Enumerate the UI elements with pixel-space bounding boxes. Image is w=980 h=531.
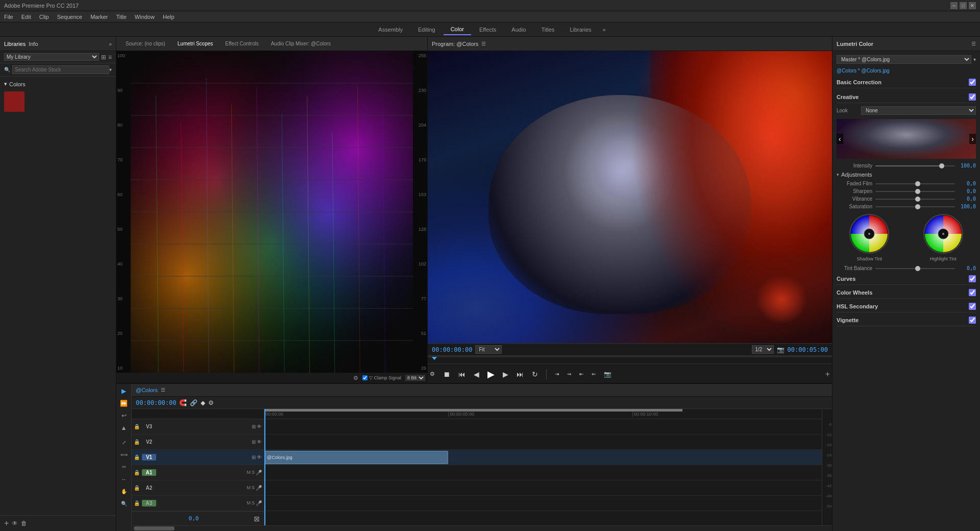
- curves-checkbox[interactable]: [969, 275, 976, 282]
- tl-lift-btn[interactable]: ▲: [119, 423, 129, 433]
- vignette-checkbox[interactable]: [969, 317, 976, 324]
- bit-select[interactable]: 8 Bit: [405, 375, 425, 381]
- lib-tab-libraries[interactable]: Libraries: [4, 41, 26, 47]
- ws-tab-titles[interactable]: Titles: [534, 25, 562, 35]
- intensity-slider[interactable]: [875, 165, 955, 166]
- tl-move-btn[interactable]: ⤢: [119, 437, 129, 447]
- tl-add-markers-btn[interactable]: ◆: [201, 399, 205, 406]
- tint-balance-slider[interactable]: [875, 268, 955, 269]
- look-select[interactable]: None: [861, 106, 976, 115]
- fit-select[interactable]: Fit25%50%100%: [475, 345, 502, 354]
- color-swatch[interactable]: [4, 91, 24, 112]
- audio-mixer-tab[interactable]: Audio Clip Mixer: @Colors: [266, 39, 336, 49]
- workspace-more[interactable]: »: [600, 25, 609, 35]
- menu-title[interactable]: Title: [116, 14, 126, 20]
- adj-section-header[interactable]: ▾ Adjustments: [837, 171, 976, 179]
- tl-forward-btn[interactable]: ⏩: [119, 398, 129, 408]
- clamp-signal-checkbox[interactable]: [362, 375, 368, 380]
- sharpen-slider[interactable]: [875, 191, 955, 192]
- transport-step-fwd-btn[interactable]: ▶: [501, 368, 510, 380]
- tl-settings-btn[interactable]: ⚙: [208, 399, 214, 406]
- close-button[interactable]: ✕: [969, 2, 976, 9]
- menu-file[interactable]: File: [4, 14, 13, 20]
- faded-film-thumb[interactable]: [915, 181, 920, 186]
- tl-current-time[interactable]: 00:00:00:00: [136, 399, 176, 406]
- hsl-secondary-checkbox[interactable]: [969, 303, 976, 310]
- track-fit-btn[interactable]: ⊠: [254, 515, 260, 523]
- tl-snap-btn[interactable]: 🧲: [179, 399, 187, 406]
- ws-tab-assembly[interactable]: Assembly: [371, 25, 410, 35]
- tl-select-tool[interactable]: ▶: [119, 386, 129, 396]
- tl-rewind-btn[interactable]: ↩: [119, 411, 129, 421]
- sharpen-thumb[interactable]: [915, 189, 920, 194]
- effect-controls-tab[interactable]: Effect Controls: [220, 39, 263, 49]
- menu-edit[interactable]: Edit: [21, 14, 31, 20]
- color-wheels-section[interactable]: Color Wheels: [837, 287, 976, 299]
- lib-eye-btn[interactable]: 👁: [12, 520, 18, 527]
- transport-step-back-btn[interactable]: ◀: [472, 368, 481, 380]
- tl-track-v2-canvas[interactable]: [264, 435, 822, 450]
- menu-marker[interactable]: Marker: [90, 14, 108, 20]
- saturation-thumb[interactable]: [915, 204, 920, 209]
- tl-clip-colors[interactable]: @Colors.jpg: [264, 451, 448, 464]
- tl-roll-btn[interactable]: ⟺: [119, 449, 129, 460]
- transport-next-btn[interactable]: ⏭: [514, 368, 526, 380]
- lib-tab-info[interactable]: Info: [29, 41, 38, 47]
- transport-settings-btn[interactable]: ⚙: [428, 369, 437, 379]
- tl-link-btn[interactable]: 🔗: [190, 399, 198, 406]
- lib-expand-btn[interactable]: »: [109, 41, 112, 47]
- thumb-prev-btn[interactable]: ‹: [837, 134, 843, 144]
- tl-razor-btn[interactable]: ✂: [119, 462, 129, 472]
- lib-grid-view-btn[interactable]: ⊞: [101, 54, 106, 61]
- program-timecode-end[interactable]: 00:00:05:00: [788, 346, 828, 353]
- tl-track-a3-canvas[interactable]: [264, 496, 822, 511]
- tl-track-v1-canvas[interactable]: @Colors.jpg: [264, 450, 822, 465]
- minimize-button[interactable]: ─: [950, 2, 958, 9]
- transport-camera-btn[interactable]: 📷: [602, 369, 614, 380]
- tl-slip-btn[interactable]: ↔: [119, 474, 129, 484]
- creative-checkbox[interactable]: [969, 93, 976, 101]
- curves-section[interactable]: Curves: [837, 273, 976, 285]
- program-timecode-start[interactable]: 00:00:00:00: [432, 346, 472, 353]
- transport-add-btn[interactable]: +: [823, 368, 832, 381]
- colors-section-label[interactable]: ▾ Colors: [4, 81, 112, 87]
- ws-tab-color[interactable]: Color: [444, 24, 471, 35]
- ws-tab-libraries[interactable]: Libraries: [562, 25, 598, 35]
- vignette-section[interactable]: Vignette: [837, 315, 976, 326]
- lib-trash-btn[interactable]: 🗑: [21, 520, 27, 527]
- lib-list-view-btn[interactable]: ≡: [108, 54, 112, 61]
- sequence-menu-icon[interactable]: ☰: [161, 387, 165, 393]
- track-toggle-v1[interactable]: ⊞: [252, 454, 256, 460]
- clip-path[interactable]: @Colors * @Colors.jpg: [837, 68, 976, 74]
- lib-add-btn[interactable]: +: [4, 519, 9, 528]
- lumetri-scopes-tab[interactable]: Lumetri Scopes: [173, 39, 218, 49]
- lumetri-menu-icon[interactable]: ☰: [971, 41, 976, 46]
- thumb-next-btn[interactable]: ›: [969, 134, 976, 144]
- vibrance-thumb[interactable]: [915, 197, 920, 202]
- track-toggle-v3[interactable]: ⊞: [252, 424, 256, 429]
- transport-stop-btn[interactable]: ⏹: [441, 368, 452, 380]
- transport-lift-btn[interactable]: ⇤: [577, 369, 585, 379]
- master-file-select[interactable]: Master * @Colors.jpg: [837, 55, 971, 64]
- track-mic-a2[interactable]: 🎤: [256, 485, 262, 491]
- tl-track-a1-canvas[interactable]: [264, 465, 822, 480]
- tl-zoom-btn[interactable]: 🔍: [119, 498, 129, 509]
- vibrance-slider[interactable]: [875, 199, 955, 200]
- track-toggle-v2[interactable]: ⊞: [252, 439, 256, 445]
- saturation-slider[interactable]: [875, 206, 955, 207]
- maximize-button[interactable]: □: [960, 2, 967, 9]
- ws-tab-audio[interactable]: Audio: [504, 25, 533, 35]
- ws-tab-effects[interactable]: Effects: [472, 25, 503, 35]
- creative-header[interactable]: Creative: [837, 91, 976, 103]
- transport-prev-btn[interactable]: ⏮: [456, 368, 468, 380]
- tl-track-a2-canvas[interactable]: [264, 480, 822, 496]
- transport-extract-btn[interactable]: ⇐: [590, 369, 598, 379]
- intensity-thumb[interactable]: [939, 163, 944, 168]
- transport-loop-btn[interactable]: ↻: [530, 368, 540, 380]
- resolution-select[interactable]: 1/2Full1/4: [752, 345, 774, 354]
- tl-hand-btn[interactable]: ✋: [119, 486, 129, 496]
- track-eye-v2[interactable]: 👁: [257, 439, 262, 445]
- menu-help[interactable]: Help: [163, 14, 175, 20]
- menu-clip[interactable]: Clip: [39, 14, 49, 20]
- source-tab[interactable]: Source: (no clips): [120, 39, 170, 49]
